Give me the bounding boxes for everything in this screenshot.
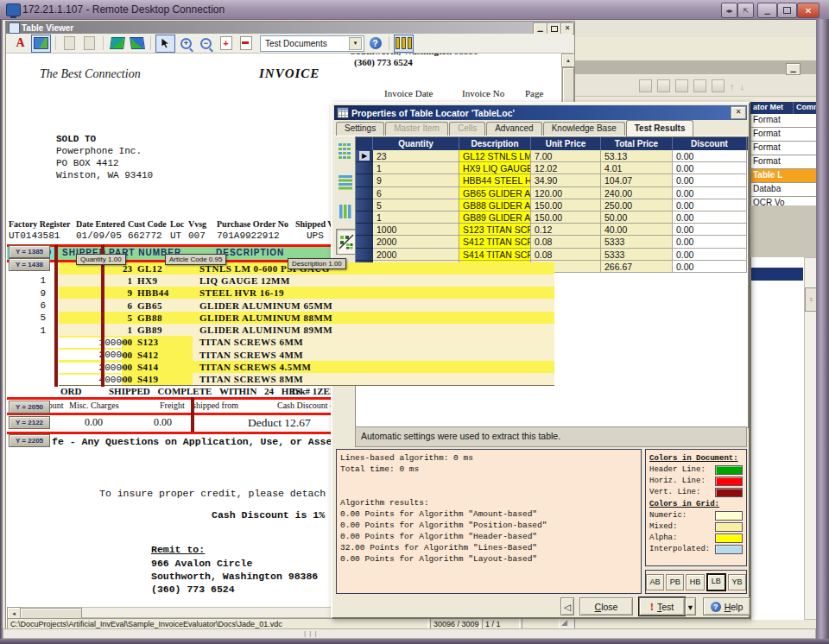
export-icon[interactable] — [693, 79, 706, 92]
tab-advanced[interactable]: Advanced — [486, 122, 541, 136]
grid-cell[interactable]: 150.00 — [531, 199, 601, 212]
locator-row[interactable]: Format — [750, 114, 817, 128]
tab-cells[interactable]: Cells — [449, 122, 485, 136]
grid-cell[interactable]: 53.13 — [601, 150, 673, 162]
image-mode-button[interactable] — [31, 35, 51, 53]
algo-button-yb[interactable]: YB — [728, 574, 746, 590]
table-row[interactable]: 6GB65 GLIDER ALU120.00240.000.00 — [356, 187, 748, 199]
column-total-price[interactable]: Total Price — [601, 137, 673, 150]
grid-cell[interactable]: 0.08 — [531, 236, 601, 248]
grid-cell[interactable]: 104.07 — [601, 174, 673, 186]
grid-cell[interactable]: 240.00 — [601, 187, 673, 199]
grid-cell[interactable]: 40.00 — [601, 224, 673, 236]
rdp-maximize-button[interactable] — [777, 3, 797, 18]
grid-cell[interactable]: 5333 — [601, 249, 673, 261]
grid-cell[interactable]: 0.00 — [673, 236, 747, 248]
grid-cell[interactable]: 2000 — [373, 236, 459, 248]
table-row[interactable]: 9HBB44 STEEL HVR34.90104.070.00 — [356, 174, 748, 186]
zoom-in-button[interactable]: + — [177, 35, 195, 52]
zoom-out-button[interactable]: − — [197, 35, 215, 52]
tab-knowledge-base[interactable]: Knowledge Base — [543, 122, 625, 136]
grid-cell[interactable]: 1 — [373, 212, 459, 224]
test-button[interactable]: !Test — [639, 597, 685, 616]
grid-cell[interactable]: 0.00 — [673, 224, 747, 236]
text-mode-button[interactable]: A — [11, 35, 29, 52]
table-row[interactable]: 1HX9 LIQ GAUGE 1212.024.010.00 — [356, 162, 748, 174]
algo-button-hb[interactable]: HB — [686, 574, 704, 590]
table-row[interactable]: 1GB89 GLIDER ALU150.0050.000.00 — [356, 212, 748, 224]
row-header[interactable]: ▶ — [356, 150, 373, 162]
grid-cell[interactable]: 5333 — [601, 236, 673, 248]
prev-page-button[interactable] — [60, 35, 79, 52]
row-header[interactable] — [356, 174, 373, 186]
fit-page-button[interactable]: + — [217, 35, 235, 52]
panel-scrollbar-thumb[interactable]: ≡ — [805, 287, 817, 312]
grid-cell[interactable]: 2000 — [373, 249, 459, 261]
panel-vertical-scrollbar[interactable] — [804, 257, 817, 620]
locator-row[interactable]: Databa — [750, 183, 817, 197]
view-mixed-button[interactable] — [336, 229, 356, 255]
prev-document-button[interactable] — [108, 35, 126, 52]
row-header[interactable] — [356, 236, 373, 248]
grid-cell[interactable]: 6 — [373, 187, 459, 199]
rdp-resize-button[interactable]: ⇱ — [737, 3, 754, 18]
table-row[interactable]: 2000S412 TITAN SCRE0.0853330.00 — [356, 236, 748, 248]
algo-button-ab[interactable]: AB — [646, 574, 664, 590]
grid-cell[interactable]: 0.00 — [673, 187, 747, 199]
grid-cell[interactable]: GL12 STNLS LM 0 - — [459, 150, 531, 162]
view-rows-button[interactable] — [336, 170, 354, 194]
grid-cell[interactable]: 0.00 — [673, 212, 747, 224]
tab-settings[interactable]: Settings — [336, 122, 384, 136]
rdp-titlebar[interactable]: 172.21.1.107 - Remote Desktop Connection — [0, 0, 829, 20]
grid-cell[interactable]: 150.00 — [531, 212, 601, 224]
grid-cell[interactable]: S412 TITAN SCRE — [459, 236, 531, 248]
select-tool-button[interactable] — [155, 35, 175, 53]
columns-view-button[interactable] — [394, 35, 414, 53]
tv-maximize-button[interactable] — [547, 22, 561, 35]
row-header[interactable] — [356, 224, 373, 236]
grid-cell[interactable]: 0.00 — [673, 150, 747, 162]
view-cells-button[interactable] — [336, 139, 354, 163]
row-header[interactable] — [356, 212, 373, 224]
row-header[interactable] — [356, 162, 373, 174]
grid-cell[interactable]: 0.00 — [673, 199, 747, 212]
grid-cell[interactable]: 250.00 — [601, 199, 673, 212]
tv-minimize-button[interactable]: ▁ — [533, 22, 547, 35]
test-dropdown-button[interactable]: ▾ — [685, 597, 696, 616]
column-locator-method[interactable]: ator Met — [750, 102, 794, 114]
document-set-combobox[interactable]: Test Documents ▾ — [260, 35, 364, 52]
tab-master-item[interactable]: Master Item — [385, 122, 448, 136]
tv-close-button[interactable]: ✕ — [560, 22, 574, 35]
column-comment[interactable]: Commen — [794, 102, 817, 114]
grid-cell[interactable]: 0.08 — [531, 249, 601, 261]
copy-icon[interactable] — [657, 79, 670, 92]
resize-grip-icon[interactable]: ◢ — [561, 618, 567, 627]
algo-button-lb[interactable]: LB — [706, 573, 726, 591]
column-unit-price[interactable]: Unit Price — [531, 137, 601, 150]
algo-button-pb[interactable]: PB — [666, 574, 684, 590]
grid-cell[interactable]: GB65 GLIDER ALU — [459, 187, 531, 199]
help-button[interactable]: ? — [366, 35, 384, 52]
locator-row[interactable]: Format — [750, 155, 817, 169]
table-row[interactable]: 2000S414 TITAN SCRE0.0853330.00 — [356, 249, 748, 261]
grid-cell[interactable]: 23 — [373, 150, 459, 162]
row-header[interactable] — [356, 249, 373, 261]
row-header[interactable] — [356, 187, 373, 199]
rdp-minimize-button[interactable]: ▁ — [757, 3, 777, 18]
grid-cell[interactable]: HX9 LIQ GAUGE 12 — [459, 162, 531, 174]
collapse-button[interactable]: ◁ — [560, 597, 574, 616]
column-discount[interactable]: Discount — [673, 137, 747, 150]
column-description[interactable]: Description — [459, 137, 531, 150]
grid-cell[interactable]: 4.01 — [601, 162, 673, 174]
cut-icon[interactable] — [639, 79, 652, 92]
grid-cell[interactable]: 7.00 — [531, 150, 601, 162]
next-page-button[interactable] — [80, 35, 98, 52]
grid-cell[interactable]: 0.00 — [673, 174, 747, 186]
grid-cell[interactable]: 9 — [373, 174, 459, 186]
grid-cell[interactable]: 120.00 — [531, 187, 601, 199]
grid-cell[interactable]: S123 TITAN SCRE — [459, 224, 531, 236]
grid-cell[interactable]: 0.00 — [673, 162, 747, 174]
grid-cell[interactable]: 12.02 — [531, 162, 601, 174]
locator-row[interactable]: Format — [750, 128, 817, 142]
rdp-horizontal-scrollbar[interactable] — [3, 628, 816, 639]
